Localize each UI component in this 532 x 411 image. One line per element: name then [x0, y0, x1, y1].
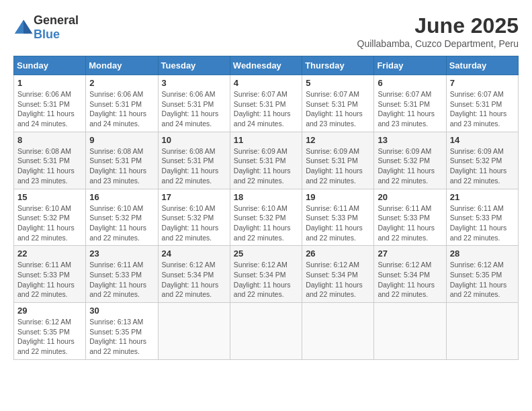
- day-number: 27: [378, 248, 442, 259]
- day-number: 24: [162, 248, 226, 259]
- day-info: Sunrise: 6:06 AM Sunset: 5:31 PM Dayligh…: [17, 89, 82, 129]
- day-number: 13: [378, 135, 442, 145]
- calendar-cell: 19Sunrise: 6:11 AM Sunset: 5:33 PM Dayli…: [302, 189, 374, 246]
- calendar-cell: 30Sunrise: 6:13 AM Sunset: 5:35 PM Dayli…: [86, 303, 158, 360]
- day-number: 7: [450, 78, 515, 88]
- day-of-week-header: Friday: [374, 56, 446, 75]
- day-number: 12: [306, 135, 370, 145]
- calendar-cell: 28Sunrise: 6:12 AM Sunset: 5:35 PM Dayli…: [446, 246, 518, 303]
- calendar-cell: 20Sunrise: 6:11 AM Sunset: 5:33 PM Dayli…: [374, 189, 446, 246]
- logo: General Blue: [13, 13, 79, 42]
- day-info: Sunrise: 6:07 AM Sunset: 5:31 PM Dayligh…: [450, 89, 515, 129]
- calendar-cell: 17Sunrise: 6:10 AM Sunset: 5:32 PM Dayli…: [158, 189, 230, 246]
- calendar-week-row: 22Sunrise: 6:11 AM Sunset: 5:33 PM Dayli…: [14, 246, 519, 303]
- calendar: SundayMondayTuesdayWednesdayThursdayFrid…: [13, 56, 519, 360]
- calendar-week-row: 15Sunrise: 6:10 AM Sunset: 5:32 PM Dayli…: [14, 189, 519, 246]
- calendar-cell: 16Sunrise: 6:10 AM Sunset: 5:32 PM Dayli…: [86, 189, 158, 246]
- day-info: Sunrise: 6:06 AM Sunset: 5:31 PM Dayligh…: [162, 89, 226, 129]
- calendar-cell: [302, 303, 374, 360]
- day-info: Sunrise: 6:12 AM Sunset: 5:34 PM Dayligh…: [162, 260, 226, 300]
- day-info: Sunrise: 6:12 AM Sunset: 5:35 PM Dayligh…: [450, 260, 515, 300]
- calendar-week-row: 29Sunrise: 6:12 AM Sunset: 5:35 PM Dayli…: [14, 303, 519, 360]
- calendar-cell: 13Sunrise: 6:09 AM Sunset: 5:32 PM Dayli…: [374, 132, 446, 189]
- day-info: Sunrise: 6:11 AM Sunset: 5:33 PM Dayligh…: [306, 203, 370, 243]
- calendar-week-row: 1Sunrise: 6:06 AM Sunset: 5:31 PM Daylig…: [14, 75, 519, 132]
- day-of-week-header: Monday: [86, 56, 158, 75]
- day-info: Sunrise: 6:08 AM Sunset: 5:31 PM Dayligh…: [17, 146, 82, 186]
- calendar-cell: 5Sunrise: 6:07 AM Sunset: 5:31 PM Daylig…: [302, 75, 374, 132]
- calendar-cell: 21Sunrise: 6:11 AM Sunset: 5:33 PM Dayli…: [446, 189, 518, 246]
- day-number: 3: [162, 78, 226, 88]
- calendar-cell: 29Sunrise: 6:12 AM Sunset: 5:35 PM Dayli…: [14, 303, 86, 360]
- calendar-week-row: 8Sunrise: 6:08 AM Sunset: 5:31 PM Daylig…: [14, 132, 519, 189]
- day-info: Sunrise: 6:12 AM Sunset: 5:34 PM Dayligh…: [234, 260, 298, 300]
- day-info: Sunrise: 6:07 AM Sunset: 5:31 PM Dayligh…: [378, 89, 442, 129]
- day-number: 2: [89, 78, 154, 88]
- day-info: Sunrise: 6:11 AM Sunset: 5:33 PM Dayligh…: [17, 260, 82, 300]
- calendar-cell: 6Sunrise: 6:07 AM Sunset: 5:31 PM Daylig…: [374, 75, 446, 132]
- calendar-cell: 8Sunrise: 6:08 AM Sunset: 5:31 PM Daylig…: [14, 132, 86, 189]
- day-number: 5: [306, 78, 370, 88]
- calendar-cell: 27Sunrise: 6:12 AM Sunset: 5:34 PM Dayli…: [374, 246, 446, 303]
- calendar-cell: 12Sunrise: 6:09 AM Sunset: 5:31 PM Dayli…: [302, 132, 374, 189]
- calendar-cell: 23Sunrise: 6:11 AM Sunset: 5:33 PM Dayli…: [86, 246, 158, 303]
- day-info: Sunrise: 6:09 AM Sunset: 5:31 PM Dayligh…: [306, 146, 370, 186]
- day-number: 4: [234, 78, 298, 88]
- day-info: Sunrise: 6:11 AM Sunset: 5:33 PM Dayligh…: [89, 260, 154, 300]
- day-number: 6: [378, 78, 442, 88]
- logo-icon: [13, 17, 34, 38]
- day-info: Sunrise: 6:12 AM Sunset: 5:35 PM Dayligh…: [17, 317, 82, 357]
- day-of-week-header: Tuesday: [158, 56, 230, 75]
- day-of-week-header: Thursday: [302, 56, 374, 75]
- day-info: Sunrise: 6:10 AM Sunset: 5:32 PM Dayligh…: [234, 203, 298, 243]
- day-number: 8: [17, 135, 82, 145]
- calendar-header-row: SundayMondayTuesdayWednesdayThursdayFrid…: [14, 56, 519, 75]
- day-number: 28: [450, 248, 515, 259]
- day-number: 22: [17, 248, 82, 259]
- calendar-cell: 10Sunrise: 6:08 AM Sunset: 5:31 PM Dayli…: [158, 132, 230, 189]
- calendar-cell: 11Sunrise: 6:09 AM Sunset: 5:31 PM Dayli…: [230, 132, 302, 189]
- calendar-cell: 26Sunrise: 6:12 AM Sunset: 5:34 PM Dayli…: [302, 246, 374, 303]
- month-title: June 2025: [357, 13, 519, 38]
- logo-general: General: [34, 13, 79, 27]
- calendar-cell: [374, 303, 446, 360]
- day-of-week-header: Saturday: [446, 56, 518, 75]
- day-info: Sunrise: 6:07 AM Sunset: 5:31 PM Dayligh…: [234, 89, 298, 129]
- day-info: Sunrise: 6:07 AM Sunset: 5:31 PM Dayligh…: [306, 89, 370, 129]
- day-number: 18: [234, 192, 298, 202]
- day-number: 25: [234, 248, 298, 259]
- calendar-cell: [158, 303, 230, 360]
- day-number: 19: [306, 192, 370, 202]
- day-number: 11: [234, 135, 298, 145]
- day-number: 23: [89, 248, 154, 259]
- day-number: 29: [17, 306, 82, 316]
- day-of-week-header: Wednesday: [230, 56, 302, 75]
- day-info: Sunrise: 6:09 AM Sunset: 5:32 PM Dayligh…: [378, 146, 442, 186]
- calendar-cell: 24Sunrise: 6:12 AM Sunset: 5:34 PM Dayli…: [158, 246, 230, 303]
- day-info: Sunrise: 6:08 AM Sunset: 5:31 PM Dayligh…: [89, 146, 154, 186]
- calendar-cell: 2Sunrise: 6:06 AM Sunset: 5:31 PM Daylig…: [86, 75, 158, 132]
- day-info: Sunrise: 6:11 AM Sunset: 5:33 PM Dayligh…: [450, 203, 515, 243]
- day-number: 9: [89, 135, 154, 145]
- day-of-week-header: Sunday: [14, 56, 86, 75]
- calendar-cell: 22Sunrise: 6:11 AM Sunset: 5:33 PM Dayli…: [14, 246, 86, 303]
- day-info: Sunrise: 6:06 AM Sunset: 5:31 PM Dayligh…: [89, 89, 154, 129]
- day-info: Sunrise: 6:12 AM Sunset: 5:34 PM Dayligh…: [378, 260, 442, 300]
- day-number: 16: [89, 192, 154, 202]
- calendar-cell: 4Sunrise: 6:07 AM Sunset: 5:31 PM Daylig…: [230, 75, 302, 132]
- day-number: 17: [162, 192, 226, 202]
- calendar-cell: 1Sunrise: 6:06 AM Sunset: 5:31 PM Daylig…: [14, 75, 86, 132]
- day-number: 1: [17, 78, 82, 88]
- day-info: Sunrise: 6:10 AM Sunset: 5:32 PM Dayligh…: [89, 203, 154, 243]
- day-info: Sunrise: 6:09 AM Sunset: 5:32 PM Dayligh…: [450, 146, 515, 186]
- logo-blue: Blue: [34, 28, 60, 41]
- calendar-cell: 18Sunrise: 6:10 AM Sunset: 5:32 PM Dayli…: [230, 189, 302, 246]
- calendar-cell: 3Sunrise: 6:06 AM Sunset: 5:31 PM Daylig…: [158, 75, 230, 132]
- day-info: Sunrise: 6:10 AM Sunset: 5:32 PM Dayligh…: [17, 203, 82, 243]
- calendar-cell: 7Sunrise: 6:07 AM Sunset: 5:31 PM Daylig…: [446, 75, 518, 132]
- day-number: 10: [162, 135, 226, 145]
- day-info: Sunrise: 6:10 AM Sunset: 5:32 PM Dayligh…: [162, 203, 226, 243]
- calendar-cell: 15Sunrise: 6:10 AM Sunset: 5:32 PM Dayli…: [14, 189, 86, 246]
- day-number: 26: [306, 248, 370, 259]
- svg-marker-1: [24, 19, 33, 34]
